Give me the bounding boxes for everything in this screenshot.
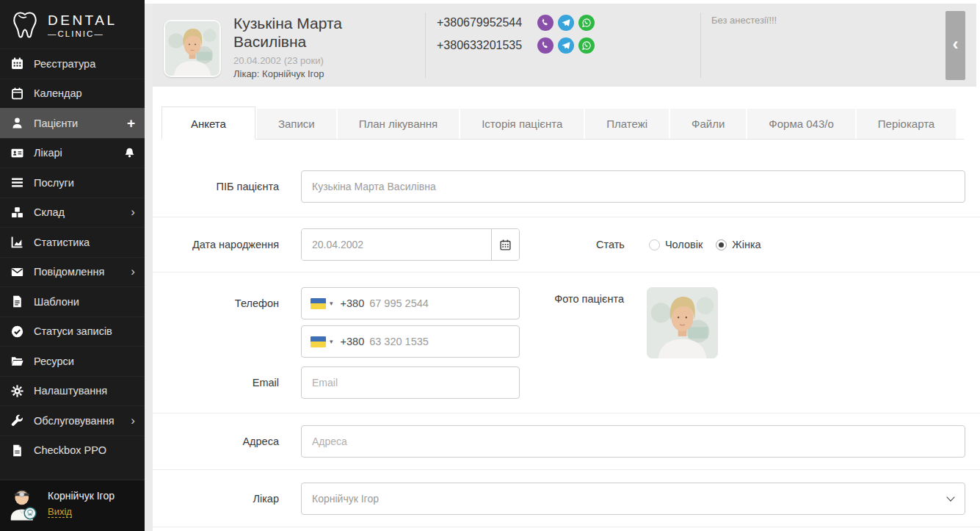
chevron-left-icon: ‹ — [953, 35, 959, 53]
sidebar-item-label: Реєстратура — [34, 58, 95, 70]
whatsapp-icon[interactable] — [578, 37, 595, 54]
sidebar-item-calendar[interactable]: Календар — [0, 79, 145, 109]
file-text-icon — [10, 295, 24, 308]
ukraine-flag-icon — [311, 298, 326, 309]
email-row: Email — [161, 366, 520, 399]
sidebar-item-label: Статистика — [34, 236, 90, 248]
phone-value: 67 995 2544 — [369, 297, 429, 309]
sidebar-item-label: Календар — [34, 87, 82, 99]
contacts-stack: Телефон ▾ +380 67 995 2544 ▾ +380 63 320 — [161, 287, 520, 399]
phone-input-secondary[interactable]: ▾ +380 63 320 1535 — [301, 325, 520, 358]
email-label: Email — [161, 377, 301, 389]
phone-row: +380633201535 — [437, 37, 700, 54]
tab-payments[interactable]: Платежі — [585, 109, 669, 139]
sidebar-item-statistics[interactable]: Статистика — [0, 227, 145, 257]
envelope-icon — [10, 266, 24, 278]
brand-subtitle: —CLINIC— — [48, 29, 117, 38]
sidebar-item-warehouse[interactable]: Склад › — [0, 198, 145, 228]
sidebar-nav: Реєстратура Календар Пацієнти + Лікарі П… — [0, 48, 145, 480]
patient-photo-label: Фото пацієнта — [520, 287, 624, 307]
brand-text: DENTAL —CLINIC— — [48, 12, 117, 38]
collapse-header-button[interactable]: ‹ — [945, 11, 965, 80]
birth-date-label: Дата народження — [161, 239, 301, 250]
plus-icon[interactable]: + — [127, 115, 135, 131]
sidebar-item-label: Шаблони — [34, 296, 79, 308]
sidebar-item-label: Пацієнти — [34, 118, 78, 129]
patient-doctor-line: Лікар: Корнійчук Ігор — [233, 68, 419, 79]
form-row-contacts-photo: Телефон ▾ +380 67 995 2544 ▾ +380 63 320 — [153, 272, 980, 413]
patient-header: Кузькіна Марта Василівна 20.04.2002 (23 … — [153, 4, 976, 87]
email-input[interactable] — [301, 366, 520, 399]
chevron-right-icon: › — [131, 413, 135, 428]
phone-label: Телефон — [161, 297, 301, 309]
app-logo: DENTAL —CLINIC— — [0, 0, 145, 48]
full-name-input[interactable] — [301, 170, 965, 203]
sidebar-item-services[interactable]: Послуги — [0, 167, 145, 198]
current-user-panel: Корнійчук Ігор Вихід — [0, 480, 145, 531]
sidebar-item-label: Налаштування — [34, 385, 107, 397]
sidebar-item-maintenance[interactable]: Обслуговування › — [0, 405, 145, 436]
address-input[interactable] — [301, 425, 965, 458]
sidebar-item-registration[interactable]: Реєстратура — [0, 48, 145, 79]
patient-name: Кузькіна Марта Василівна — [233, 15, 419, 51]
calendar-button[interactable] — [491, 229, 519, 260]
birth-date-input[interactable] — [302, 229, 491, 260]
gender-radio-male[interactable]: Чоловік — [649, 239, 703, 250]
patient-photo-preview[interactable] — [647, 287, 718, 358]
sidebar-item-label: Лікарі — [34, 147, 62, 159]
phone-number: +380633201535 — [437, 39, 531, 52]
patient-birth-info: 20.04.2002 (23 роки) — [233, 55, 419, 66]
full-name-label: ПІБ пацієнта — [161, 181, 301, 192]
caret-down-icon[interactable]: ▾ — [330, 300, 333, 307]
phone-country-code: +380 — [341, 336, 365, 347]
caret-down-icon[interactable]: ▾ — [330, 338, 333, 345]
user-icon — [10, 117, 24, 129]
radio-unchecked-icon — [649, 239, 660, 250]
form-row-doctor: Лікар Корнійчук Ігор — [153, 470, 980, 527]
birth-date-group — [301, 228, 520, 261]
sidebar-item-checkbox-ppo[interactable]: Checkbox PPO — [0, 436, 145, 466]
doctor-select-wrap: Корнійчук Ігор — [301, 483, 965, 515]
tab-files[interactable]: Файли — [670, 109, 746, 139]
calendar-icon — [500, 239, 511, 250]
logout-link[interactable]: Вихід — [48, 506, 72, 518]
bell-icon[interactable] — [124, 147, 135, 159]
sidebar-item-record-statuses[interactable]: Статуси записів — [0, 317, 145, 347]
tab-patient-history[interactable]: Історія пацієнта — [460, 109, 584, 139]
telegram-icon[interactable] — [558, 15, 574, 31]
sidebar-item-doctors[interactable]: Лікарі — [0, 138, 145, 168]
doctor-select[interactable]: Корнійчук Ігор — [301, 483, 965, 515]
ukraine-flag-icon — [311, 336, 326, 347]
folder-open-icon — [10, 355, 24, 367]
phone-input-primary[interactable]: ▾ +380 67 995 2544 — [301, 287, 520, 319]
sidebar-item-label: Обслуговування — [34, 415, 115, 427]
sidebar: DENTAL —CLINIC— Реєстратура Календар Пац… — [0, 0, 145, 531]
telegram-icon[interactable] — [558, 37, 574, 54]
tab-profile-form[interactable]: Анкета — [161, 106, 255, 140]
tab-records[interactable]: Записи — [257, 109, 336, 139]
tab-treatment-plan[interactable]: План лікування — [338, 109, 459, 139]
tab-periocard[interactable]: Періокарта — [857, 109, 956, 139]
viber-icon[interactable] — [537, 15, 553, 31]
calendar-grid-icon — [10, 57, 24, 70]
tooth-logo-icon — [9, 8, 41, 43]
sidebar-item-resources[interactable]: Ресурси — [0, 346, 145, 376]
current-user-name: Корнійчук Ігор — [48, 490, 115, 502]
chevron-right-icon: › — [131, 264, 135, 279]
radio-checked-icon — [716, 239, 727, 250]
viber-icon[interactable] — [537, 37, 553, 54]
sidebar-item-patients[interactable]: Пацієнти + — [0, 108, 145, 138]
sidebar-item-messages[interactable]: Повідомлення › — [0, 257, 145, 287]
sidebar-item-label: Checkbox PPO — [34, 444, 106, 456]
sidebar-item-templates[interactable]: Шаблони — [0, 286, 145, 317]
gender-radio-female[interactable]: Жінка — [716, 239, 761, 250]
patient-photo — [164, 20, 221, 77]
sidebar-item-settings[interactable]: Налаштування — [0, 376, 145, 406]
doctor-label: Лікар — [161, 493, 301, 505]
doctor-avatar — [6, 485, 41, 522]
whatsapp-icon[interactable] — [578, 15, 595, 31]
gender-field: Стать Чоловік Жінка — [596, 239, 774, 250]
phone-secondary-row: ▾ +380 63 320 1535 — [161, 325, 520, 358]
patient-note[interactable]: Без анестезії!!! — [701, 4, 976, 87]
tab-form-043o[interactable]: Форма 043/о — [747, 109, 854, 139]
